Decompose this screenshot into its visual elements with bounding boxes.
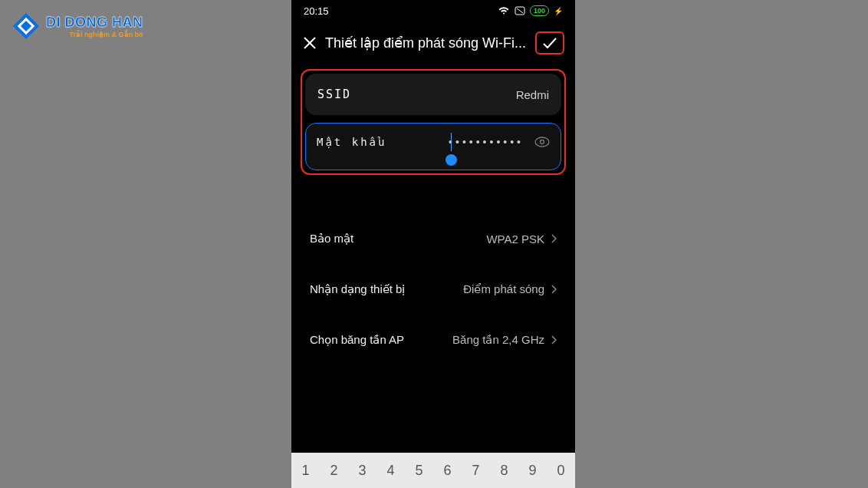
ssid-row[interactable]: SSID Redmi bbox=[305, 74, 561, 115]
key-3[interactable]: 3 bbox=[348, 463, 376, 479]
ssid-value: Redmi bbox=[516, 88, 549, 101]
confirm-button-highlight bbox=[535, 31, 564, 54]
device-id-value: Điểm phát sóng bbox=[463, 282, 544, 296]
device-id-row[interactable]: Nhận dạng thiết bị Điểm phát sóng bbox=[307, 264, 560, 315]
band-value: Băng tần 2,4 GHz bbox=[452, 333, 544, 347]
text-cursor bbox=[451, 133, 452, 151]
no-sim-icon bbox=[515, 6, 525, 15]
key-6[interactable]: 6 bbox=[433, 463, 462, 479]
band-label: Chọn băng tần AP bbox=[310, 333, 404, 347]
title-bar: Thiết lập điểm phát sóng Wi-Fi... bbox=[291, 21, 575, 64]
brand-watermark: DI DONG HAN Trải nghiệm & Gắn bó bbox=[11, 11, 143, 41]
key-4[interactable]: 4 bbox=[376, 463, 405, 479]
eye-icon[interactable] bbox=[534, 137, 550, 147]
svg-point-8 bbox=[541, 140, 544, 144]
check-icon[interactable] bbox=[541, 36, 558, 50]
key-5[interactable]: 5 bbox=[405, 463, 433, 479]
password-masked: ••••••••••• bbox=[449, 136, 524, 148]
key-8[interactable]: 8 bbox=[490, 463, 518, 479]
brand-logo-icon bbox=[11, 11, 41, 41]
key-1[interactable]: 1 bbox=[291, 463, 320, 479]
svg-line-4 bbox=[517, 8, 523, 13]
brand-name: DI DONG HAN bbox=[46, 15, 143, 31]
phone-screen: 20:15 100 ⚡ Thiết lập điểm phát sóng Wi-… bbox=[291, 0, 575, 488]
status-bar: 20:15 100 ⚡ bbox=[291, 0, 575, 21]
brand-tagline: Trải nghiệm & Gắn bó bbox=[46, 31, 143, 38]
band-row[interactable]: Chọn băng tần AP Băng tần 2,4 GHz bbox=[307, 315, 560, 365]
text-cursor-handle[interactable] bbox=[446, 154, 457, 166]
key-0[interactable]: 0 bbox=[547, 463, 575, 479]
status-time: 20:15 bbox=[304, 5, 329, 17]
chevron-right-icon bbox=[551, 285, 557, 294]
chevron-right-icon bbox=[551, 234, 557, 243]
battery-percent: 100 bbox=[530, 5, 549, 16]
ssid-label: SSID bbox=[317, 87, 351, 101]
wifi-icon bbox=[498, 6, 510, 15]
settings-list: Bảo mật WPA2 PSK Nhận dạng thiết bị Điểm… bbox=[291, 213, 575, 365]
key-9[interactable]: 9 bbox=[518, 463, 547, 479]
input-section-highlight: SSID Redmi Mật khẩu ••••••••••• bbox=[301, 69, 566, 175]
key-7[interactable]: 7 bbox=[462, 463, 490, 479]
page-title: Thiết lập điểm phát sóng Wi-Fi... bbox=[325, 35, 528, 51]
svg-point-7 bbox=[535, 137, 549, 147]
chevron-right-icon bbox=[551, 335, 557, 345]
password-row[interactable]: Mật khẩu ••••••••••• bbox=[305, 123, 561, 170]
key-2[interactable]: 2 bbox=[320, 463, 348, 479]
security-row[interactable]: Bảo mật WPA2 PSK bbox=[307, 213, 560, 264]
close-icon[interactable] bbox=[302, 35, 317, 51]
security-value: WPA2 PSK bbox=[486, 232, 544, 246]
keyboard-number-row[interactable]: 1 2 3 4 5 6 7 8 9 0 bbox=[291, 453, 575, 488]
security-label: Bảo mật bbox=[310, 232, 353, 246]
password-label: Mật khẩu bbox=[317, 136, 386, 148]
charging-icon: ⚡ bbox=[554, 7, 563, 15]
device-id-label: Nhận dạng thiết bị bbox=[310, 282, 405, 296]
